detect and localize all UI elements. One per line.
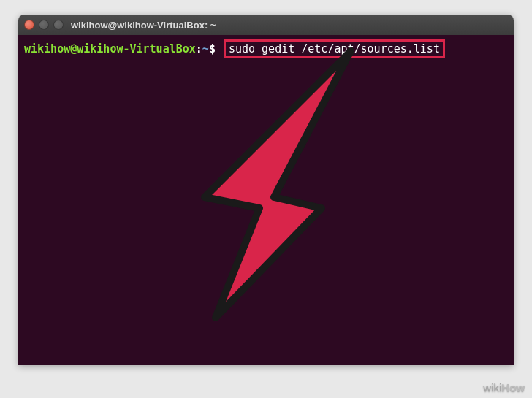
terminal-window: wikihow@wikihow-VirtualBox: ~ wikihow@wi… (18, 15, 514, 365)
minimize-button[interactable] (39, 20, 49, 30)
watermark: wikiHow (483, 381, 525, 394)
maximize-button[interactable] (53, 20, 64, 30)
command-text: sudo gedit /etc/apt/sources.list (229, 42, 440, 56)
prompt-path: ~ (202, 42, 209, 56)
watermark-part1: wiki (483, 381, 501, 394)
prompt-separator: : (196, 42, 202, 56)
window-titlebar: wikihow@wikihow-VirtualBox: ~ (18, 15, 514, 35)
prompt-symbol: $ (209, 42, 216, 56)
window-title: wikihow@wikihow-VirtualBox: ~ (71, 20, 216, 31)
close-button[interactable] (24, 20, 34, 30)
watermark-part2: How (501, 381, 525, 394)
command-highlight-box: sudo gedit /etc/apt/sources.list (224, 39, 445, 58)
prompt-user-host: wikihow@wikihow-VirtualBox (24, 42, 196, 56)
terminal-body[interactable]: wikihow@wikihow-VirtualBox:~$ sudo gedit… (18, 35, 514, 365)
